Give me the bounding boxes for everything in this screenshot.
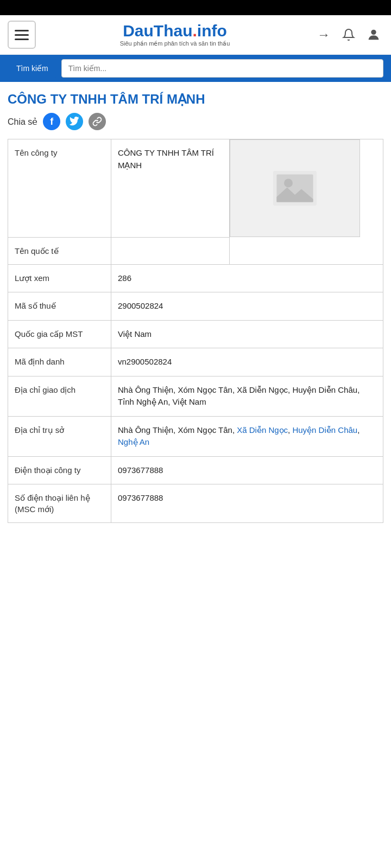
address-plain-text: Nhà Ông Thiện, Xóm Ngọc Tân,	[118, 425, 237, 435]
label-ma-dinh-danh: Mã định danh	[8, 348, 111, 376]
share-label: Chia sẻ	[8, 117, 37, 127]
svg-point-3	[284, 179, 293, 188]
table-row: Mã số thuế 2900502824	[8, 292, 383, 321]
value-dia-chi-giao-dich: Nhà Ông Thiện, Xóm Ngọc Tân, Xã Diễn Ngọ…	[111, 376, 383, 416]
comma-2: ,	[357, 425, 360, 435]
label-ten-cong-ty: Tên công ty	[8, 139, 111, 238]
value-ten-quoc-te	[111, 237, 230, 264]
svg-point-0	[371, 30, 376, 35]
table-row: Quốc gia cấp MST Việt Nam	[8, 320, 383, 348]
top-bar	[0, 0, 391, 15]
label-so-dien-thoai-lien-he: Số điện thoại liên hệ (MSC mới)	[8, 484, 111, 523]
label-luot-xem: Lượt xem	[8, 264, 111, 292]
search-input[interactable]	[61, 59, 383, 78]
image-placeholder	[273, 169, 317, 207]
page-content: CÔNG TY TNHH TÂM TRÍ MẠNH Chia sẻ f Tên …	[0, 82, 391, 532]
logo-area: DauThau.info Siêu phần mềm phân tích và …	[42, 23, 307, 47]
value-dia-chi-tru-so: Nhà Ông Thiện, Xóm Ngọc Tân, Xã Diễn Ngọ…	[111, 416, 383, 456]
table-row: Điện thoại công ty 0973677888	[8, 456, 383, 484]
table-row: Địa chỉ giao dịch Nhà Ông Thiện, Xóm Ngọ…	[8, 376, 383, 416]
logo-info: info	[197, 22, 227, 40]
xa-dien-ngoc-link[interactable]: Xã Diễn Ngọc	[237, 425, 288, 435]
header: DauThau.info Siêu phần mềm phân tích và …	[0, 15, 391, 55]
link-share-button[interactable]	[89, 113, 106, 130]
facebook-share-button[interactable]: f	[43, 113, 60, 130]
search-button[interactable]: Tìm kiếm	[8, 59, 57, 78]
label-dien-thoai-cong-ty: Điện thoại công ty	[8, 456, 111, 484]
logo-subtitle: Siêu phần mềm phân tích và săn tin thầu	[120, 40, 230, 47]
login-icon[interactable]: →	[314, 25, 333, 44]
company-image-cell	[230, 139, 360, 237]
table-row: Số điện thoại liên hệ (MSC mới) 09736778…	[8, 484, 383, 523]
label-ma-so-thue: Mã số thuế	[8, 292, 111, 321]
search-bar-area: Tìm kiếm	[0, 55, 391, 82]
logo[interactable]: DauThau.info	[123, 23, 227, 39]
logo-dot: .	[193, 22, 197, 40]
user-icon[interactable]	[364, 25, 383, 44]
twitter-share-button[interactable]	[66, 113, 83, 130]
table-row: Địa chỉ trụ sở Nhà Ông Thiện, Xóm Ngọc T…	[8, 416, 383, 456]
table-row: Tên quốc tế	[8, 237, 383, 264]
value-ma-dinh-danh: vn2900502824	[111, 348, 383, 376]
value-ma-so-thue: 2900502824	[111, 292, 383, 321]
label-ten-quoc-te: Tên quốc tế	[8, 237, 111, 264]
logo-brand: DauThau	[123, 22, 192, 40]
header-icons: →	[314, 25, 383, 44]
value-so-dien-thoai-lien-he: 0973677888	[111, 484, 383, 523]
company-title: CÔNG TY TNHH TÂM TRÍ MẠNH	[8, 91, 383, 107]
label-quoc-gia: Quốc gia cấp MST	[8, 320, 111, 348]
huyen-dien-chau-link[interactable]: Huyện Diễn Châu	[292, 425, 357, 435]
table-row: Lượt xem 286	[8, 264, 383, 292]
label-dia-chi-tru-so: Địa chỉ trụ sở	[8, 416, 111, 456]
share-row: Chia sẻ f	[8, 113, 383, 130]
value-dien-thoai-cong-ty: 0973677888	[111, 456, 383, 484]
table-row: Mã định danh vn2900502824	[8, 348, 383, 376]
menu-button[interactable]	[8, 21, 36, 49]
nghe-an-link[interactable]: Nghệ An	[118, 437, 149, 446]
info-table: Tên công ty CÔNG TY TNHH TÂM TRÍ MẠNH	[8, 139, 383, 523]
table-row: Tên công ty CÔNG TY TNHH TÂM TRÍ MẠNH	[8, 139, 383, 238]
value-luot-xem: 286	[111, 264, 383, 292]
bell-icon[interactable]	[339, 25, 358, 44]
value-ten-cong-ty: CÔNG TY TNHH TÂM TRÍ MẠNH	[111, 139, 230, 238]
label-dia-chi-giao-dich: Địa chỉ giao dịch	[8, 376, 111, 416]
value-quoc-gia: Việt Nam	[111, 320, 383, 348]
